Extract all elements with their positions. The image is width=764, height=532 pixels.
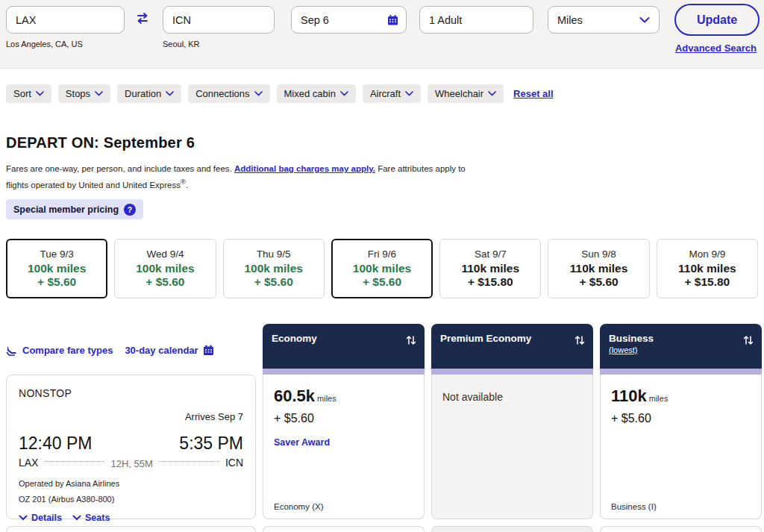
business-class-code: Business (I)	[611, 502, 657, 511]
chevron-down-icon	[95, 91, 103, 96]
flight-result-row: NONSTOP Arrives Sep 7 12:40 PM 5:35 PM L…	[6, 375, 764, 519]
chevron-down-icon	[36, 91, 44, 96]
stops-label: NONSTOP	[19, 387, 243, 399]
fare-cell-premium-economy: Not available	[431, 375, 593, 519]
miles-unit: miles	[649, 394, 668, 403]
calendar-icon	[203, 345, 214, 356]
route-line	[44, 461, 104, 462]
next-flight-card	[6, 526, 256, 532]
filter-wheelchair[interactable]: Wheelchair	[428, 84, 504, 103]
not-available-label: Not available	[442, 391, 582, 403]
filter-connections[interactable]: Connections	[188, 84, 269, 103]
compare-cell: Compare fare types 30-day calendar	[6, 324, 256, 369]
chevron-down-icon	[19, 515, 28, 521]
advanced-search-link[interactable]: Advanced Search	[675, 43, 757, 54]
filter-aircraft[interactable]: Aircraft	[363, 84, 421, 103]
update-button[interactable]: Update	[674, 4, 760, 36]
flight-card: NONSTOP Arrives Sep 7 12:40 PM 5:35 PM L…	[6, 375, 256, 519]
chevron-down-icon	[72, 515, 81, 521]
economy-miles: 60.5k	[274, 387, 315, 405]
thirty-day-calendar-link[interactable]: 30-day calendar	[125, 345, 213, 356]
economy-strip	[263, 369, 425, 375]
chevron-down-icon	[254, 91, 263, 96]
seats-toggle[interactable]: Seats	[72, 513, 110, 523]
search-bar: Los Angeles, CA, US Seoul, KR Sep 6 1 Ad…	[0, 0, 764, 69]
depart-time: 12:40 PM	[19, 434, 92, 454]
destination-sublabel: Seoul, KR	[163, 40, 200, 48]
route-line	[159, 461, 219, 462]
fare-cell-business[interactable]: 110kmiles + $5.60 Business (I)	[600, 375, 762, 519]
column-header-economy[interactable]: Economy	[263, 324, 425, 369]
travelers-field[interactable]: 1 Adult	[419, 6, 533, 34]
miles-unit: miles	[317, 394, 336, 403]
next-business-cell	[600, 526, 762, 532]
bag-charges-link[interactable]: Additional bag charges may apply.	[234, 164, 375, 173]
lavender-strip-row	[6, 369, 764, 375]
chevron-down-icon	[639, 16, 650, 23]
fare-cell-economy[interactable]: 60.5kmiles + $5.60 Saver Award Economy (…	[263, 375, 425, 519]
travelers-value: 1 Adult	[429, 14, 462, 26]
seat-icon	[6, 345, 18, 356]
sort-icon[interactable]	[574, 334, 586, 346]
date-card-fri-9-6[interactable]: Fri 9/6 100k miles + $5.60	[331, 239, 433, 298]
date-card-wed-9-4[interactable]: Wed 9/4 100k miles + $5.60	[114, 239, 216, 298]
date-card-sat-9-7[interactable]: Sat 9/7 110k miles + $15.80	[439, 239, 541, 298]
date-field[interactable]: Sep 6	[291, 6, 407, 34]
page-title: DEPART ON: September 6	[6, 134, 764, 151]
economy-price: + $5.60	[274, 412, 413, 425]
award-mode-select[interactable]: Miles	[548, 6, 660, 34]
premium-strip	[431, 369, 593, 375]
duration-label: 12H, 55M	[110, 458, 152, 469]
date-card-mon-9-9[interactable]: Mon 9/9 110k miles + $15.80	[657, 239, 758, 298]
filter-stops[interactable]: Stops	[58, 84, 110, 103]
member-pricing-badge: Special member pricing ?	[6, 199, 143, 219]
chevron-down-icon	[488, 91, 496, 96]
business-miles: 110k	[611, 387, 647, 405]
flight-number-label: OZ 201 (Airbus A380-800)	[19, 495, 243, 504]
sort-icon[interactable]	[405, 334, 417, 346]
help-icon[interactable]: ?	[124, 204, 136, 216]
date-card-tue-9-3[interactable]: Tue 9/3 100k miles + $5.60	[6, 239, 107, 298]
origin-code: LAX	[19, 457, 38, 469]
date-card-thu-9-5[interactable]: Thu 9/5 100k miles + $5.60	[223, 239, 325, 298]
arrive-time: 5:35 PM	[179, 434, 243, 454]
date-strip: Tue 9/3 100k miles + $5.60 Wed 9/4 100k …	[6, 239, 758, 298]
saver-award-link[interactable]: Saver Award	[274, 437, 413, 448]
operated-by-label: Operated by Asiana Airlines	[19, 479, 243, 488]
fare-disclaimer: Fares are one-way, per person, and inclu…	[6, 162, 478, 192]
next-premium-cell	[431, 526, 593, 532]
filter-row: Sort Stops Duration Connections Mixed ca…	[6, 84, 764, 103]
chevron-down-icon	[340, 91, 348, 96]
sort-icon[interactable]	[742, 334, 754, 346]
reset-all-link[interactable]: Reset all	[513, 88, 553, 99]
next-economy-cell	[263, 526, 425, 532]
destination-input[interactable]	[163, 6, 275, 34]
date-card-sun-9-8[interactable]: Sun 9/8 110k miles + $5.60	[548, 239, 649, 298]
award-mode-value: Miles	[557, 14, 583, 26]
origin-sublabel: Los Angeles, CA, US	[6, 40, 83, 48]
column-header-row: Compare fare types 30-day calendar Econo…	[6, 324, 764, 369]
chevron-down-icon	[166, 91, 174, 96]
origin-input[interactable]	[6, 6, 125, 34]
column-header-premium-economy[interactable]: Premium Economy	[431, 324, 593, 369]
chevron-down-icon	[405, 91, 413, 96]
filter-duration[interactable]: Duration	[117, 84, 181, 103]
column-header-business[interactable]: Business (lowest)	[600, 324, 762, 369]
arrives-label: Arrives Sep 7	[185, 411, 243, 422]
calendar-icon	[387, 14, 398, 25]
business-price: + $5.60	[611, 412, 751, 425]
filter-mixed-cabin[interactable]: Mixed cabin	[277, 84, 356, 103]
economy-class-code: Economy (X)	[274, 502, 323, 511]
date-value: Sep 6	[301, 14, 329, 26]
details-toggle[interactable]: Details	[19, 513, 62, 523]
next-flight-row-partial	[6, 526, 764, 532]
lowest-indicator: (lowest)	[609, 345, 753, 354]
filter-sort[interactable]: Sort	[6, 84, 51, 103]
destination-code: ICN	[225, 457, 243, 469]
business-strip	[600, 369, 762, 375]
swap-airports-icon[interactable]	[134, 10, 151, 28]
compare-fare-types-link[interactable]: Compare fare types	[6, 345, 113, 356]
